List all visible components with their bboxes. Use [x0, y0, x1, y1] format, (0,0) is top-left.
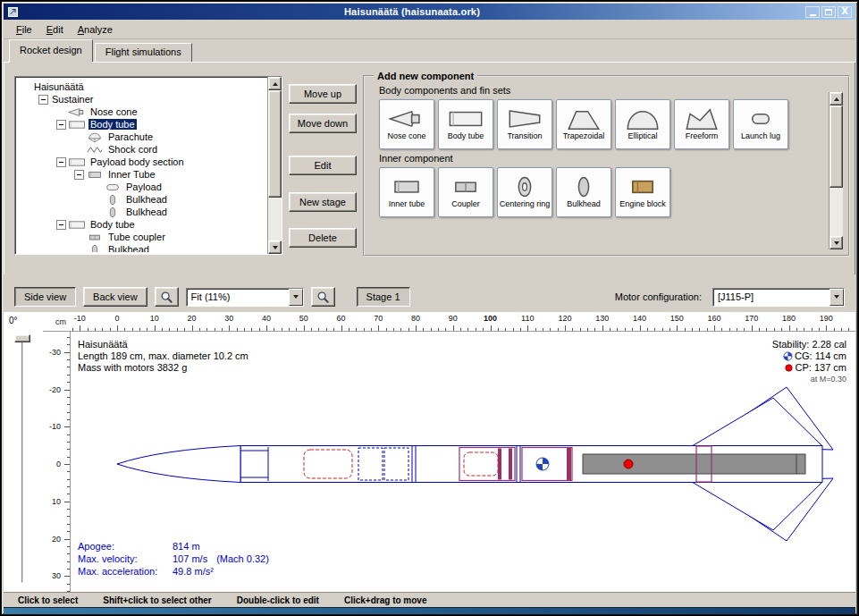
dropdown-arrow-icon[interactable]	[289, 289, 303, 306]
tree-toggle-icon[interactable]	[56, 157, 66, 167]
slider-thumb[interactable]	[14, 334, 30, 342]
add-launch-lug-button[interactable]: Launch lug	[733, 99, 788, 149]
tab-flight-simulations[interactable]: Flight simulations	[95, 43, 192, 62]
tree-toggle-icon[interactable]	[56, 120, 66, 130]
scroll-down-button[interactable]	[830, 236, 843, 249]
motor[interactable]	[583, 454, 805, 474]
tree-item-label: Haisunäätä	[32, 81, 86, 92]
tree-item-bulkhead[interactable]: Bulkhead	[17, 205, 266, 217]
tree-item-bulkhead[interactable]: Bulkhead	[17, 242, 266, 252]
tree-item-body-tube[interactable]: Body tube	[17, 117, 266, 130]
fin[interactable]	[692, 482, 822, 530]
cp-icon	[784, 363, 794, 373]
tree-item-tube-coupler[interactable]: Tube coupler	[17, 230, 266, 242]
bulkhead-icon	[104, 194, 122, 206]
ruler-tick	[162, 328, 163, 331]
tree-item-payload[interactable]: Payload	[17, 180, 266, 192]
add-inner-tube-button[interactable]: Inner tube	[379, 167, 434, 217]
tree-toggle-icon[interactable]	[56, 220, 66, 230]
add-freeform-button[interactable]: Freeform	[674, 99, 729, 149]
hint-3: Double-click to edit	[237, 595, 319, 605]
menu-file[interactable]: File	[9, 21, 39, 38]
zoom-out-button[interactable]	[155, 287, 179, 307]
minimize-button[interactable]	[805, 6, 820, 18]
ruler-tick	[67, 553, 70, 554]
transition-icon	[505, 107, 544, 131]
tree-item-label: Payload	[124, 181, 164, 192]
ruler-tick	[796, 328, 797, 331]
bulkhead-mark[interactable]	[509, 449, 512, 480]
titlebar[interactable]: Haisunäätä (haisunaata.ork) X	[4, 4, 855, 20]
panel-scrollbar[interactable]	[829, 92, 843, 249]
menu-analyze[interactable]: Analyze	[71, 21, 120, 38]
tree-item-body-tube[interactable]: Body tube	[17, 217, 266, 230]
ruler-tick	[266, 325, 267, 331]
motor-config-select[interactable]: [J115-P]	[712, 288, 845, 307]
h-ruler-label: 110	[521, 314, 534, 323]
tab-rocket-design[interactable]: Rocket design	[9, 39, 93, 62]
bulkhead-mark[interactable]	[498, 449, 501, 480]
edit-button[interactable]: Edit	[289, 156, 357, 175]
delete-button[interactable]: Delete	[289, 228, 357, 248]
ruler-tick	[67, 524, 70, 525]
add-transition-button[interactable]: Transition	[497, 99, 552, 149]
tree-item-bulkhead[interactable]: Bulkhead	[17, 192, 266, 205]
ruler-tick	[685, 328, 686, 331]
menu-edit[interactable]: Edit	[39, 21, 71, 38]
tree-item-inner-tube[interactable]: Inner Tube	[17, 167, 266, 180]
add-centering-ring-button[interactable]: Centering ring	[497, 167, 552, 217]
tree-item-nose-cone[interactable]: Nose cone	[17, 105, 266, 117]
add-bulkhead-button[interactable]: Bulkhead	[556, 167, 611, 217]
nosecone-icon	[387, 107, 426, 131]
tree-item-parachute[interactable]: Parachute	[17, 130, 266, 142]
scroll-thumb[interactable]	[830, 105, 843, 188]
close-button[interactable]: X	[838, 6, 852, 18]
ruler-tick	[819, 328, 820, 331]
scroll-down-button[interactable]	[268, 240, 282, 254]
back-view-button[interactable]: Back view	[83, 287, 147, 307]
add-nose-cone-button[interactable]: Nose cone	[379, 99, 434, 149]
tree-item-payload-body-section[interactable]: Payload body section	[17, 155, 266, 167]
tree-toggle-icon[interactable]	[38, 95, 48, 105]
tree-item-sustainer[interactable]: Sustainer	[17, 92, 266, 105]
rocket-canvas[interactable]: Haisunäätä Length 189 cm, max. diameter …	[71, 332, 855, 592]
tree-scrollbar[interactable]	[267, 77, 282, 254]
zoom-in-button[interactable]	[311, 287, 335, 307]
add-elliptical-button[interactable]: Elliptical	[615, 99, 670, 149]
ruler-tick	[326, 328, 327, 331]
add-body-tube-button[interactable]: Body tube	[438, 99, 493, 149]
scroll-up-button[interactable]	[268, 77, 282, 90]
zoom-level-select[interactable]: Fit (11%)	[186, 288, 304, 307]
ruler-tick	[64, 576, 70, 577]
rotation-slider[interactable]	[4, 332, 43, 592]
scroll-thumb[interactable]	[268, 90, 282, 198]
ruler-tick	[445, 328, 446, 331]
move-up-button[interactable]: Move up	[289, 84, 357, 104]
ruler-tick	[662, 328, 663, 331]
bulkhead-mark[interactable]	[567, 448, 571, 480]
dropdown-arrow-icon[interactable]	[830, 289, 844, 306]
move-down-button[interactable]: Move down	[289, 114, 357, 133]
view-toolbar: Side view Back view Fit (11%) Stage 1 Mo…	[4, 282, 855, 312]
v-ruler-label: 30	[52, 571, 61, 580]
tree-toggle-icon[interactable]	[74, 170, 84, 180]
ruler-tick	[64, 426, 70, 427]
tree-item-haisun-t[interactable]: Haisunäätä	[17, 80, 266, 92]
fin[interactable]	[692, 398, 822, 446]
add-trapezoidal-button[interactable]: Trapezoidal	[556, 99, 611, 149]
new-stage-button[interactable]: New stage	[289, 192, 357, 212]
ruler-tick	[117, 325, 118, 331]
add-engine-block-button[interactable]: Engine block	[615, 167, 670, 217]
add-coupler-button[interactable]: Coupler	[438, 167, 493, 217]
tree-item-shock-cord[interactable]: Shock cord	[17, 142, 266, 155]
ruler-tick	[520, 328, 521, 331]
ruler-tick	[513, 328, 514, 331]
h-ruler-label: 10	[150, 314, 159, 323]
stage-1-toggle[interactable]: Stage 1	[357, 287, 410, 307]
scroll-up-button[interactable]	[830, 92, 843, 105]
bulkhead-icon	[104, 207, 122, 218]
side-view-button[interactable]: Side view	[14, 287, 76, 307]
maximize-button[interactable]	[821, 6, 836, 18]
nose-cone-outline[interactable]	[117, 446, 240, 483]
h-ruler-label: 30	[224, 314, 233, 323]
